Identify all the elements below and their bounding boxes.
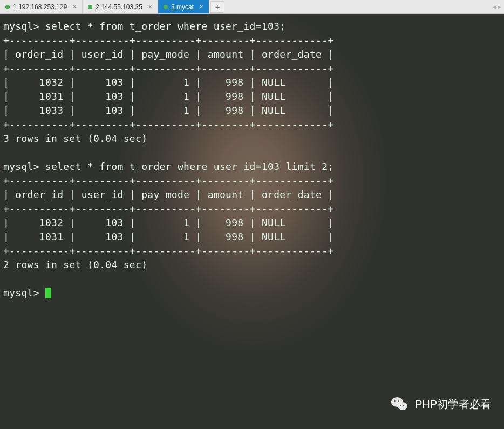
- tab-session-1[interactable]: 1 192.168.253.129 ✕: [0, 0, 83, 13]
- tab-label: 144.55.103.25: [101, 3, 142, 11]
- terminal-output[interactable]: mysql> select * from t_order where user_…: [0, 14, 504, 429]
- tab-nav-arrows: ◀ ▶: [493, 4, 504, 10]
- chevron-left-icon[interactable]: ◀: [493, 4, 496, 10]
- tab-bar: 1 192.168.253.129 ✕ 2 144.55.103.25 ✕ 3 …: [0, 0, 504, 14]
- tab-number: 1: [13, 3, 17, 11]
- watermark-text: PHP初学者必看: [415, 397, 491, 412]
- tab-number: 2: [96, 3, 99, 11]
- tab-label: 192.168.253.129: [18, 3, 67, 11]
- status-dot-icon: [88, 5, 92, 9]
- close-icon[interactable]: ✕: [72, 4, 77, 10]
- status-dot-icon: [5, 5, 10, 9]
- chevron-right-icon[interactable]: ▶: [498, 4, 501, 10]
- tab-session-2[interactable]: 2 144.55.103.25 ✕: [83, 0, 158, 13]
- tab-label: mycat: [176, 3, 194, 11]
- tab-session-3[interactable]: 3 mycat ✕: [158, 0, 209, 13]
- close-icon[interactable]: ✕: [148, 4, 152, 10]
- terminal-area[interactable]: mysql> select * from t_order where user_…: [0, 14, 504, 429]
- close-icon[interactable]: ✕: [199, 4, 203, 10]
- watermark: PHP初学者必看: [390, 394, 491, 414]
- status-dot-icon: [164, 5, 168, 9]
- wechat-icon: [390, 394, 410, 414]
- terminal-cursor: [45, 288, 51, 298]
- tab-number: 3: [171, 3, 175, 11]
- add-tab-button[interactable]: +: [210, 1, 224, 13]
